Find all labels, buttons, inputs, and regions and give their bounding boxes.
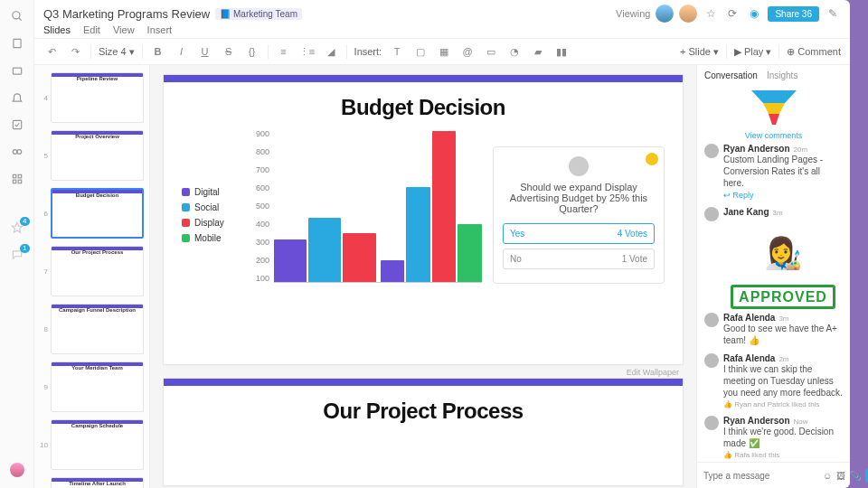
menu-edit[interactable]: Edit bbox=[83, 24, 100, 35]
chat-icon[interactable]: 1 bbox=[10, 248, 24, 262]
svg-rect-9 bbox=[13, 180, 16, 183]
poll-option[interactable]: Yes4 Votes bbox=[503, 223, 655, 244]
play-button[interactable]: ▶ Play ▾ bbox=[734, 46, 771, 58]
toolbar: ↶ ↷ Size 4 ▾ B I U S {} ≡ ⋮≡ ◢ Insert: T… bbox=[34, 38, 850, 65]
bold-icon[interactable]: B bbox=[150, 43, 166, 60]
folder-icon[interactable] bbox=[10, 63, 24, 78]
list-icon[interactable]: ⋮≡ bbox=[299, 43, 316, 60]
attach-icon[interactable]: 🖼 bbox=[836, 467, 845, 483]
svg-marker-11 bbox=[751, 90, 797, 103]
thumb-number: 8 bbox=[39, 325, 48, 333]
poll-card: Should we expand Display Advertising Bud… bbox=[493, 146, 665, 284]
message: Ryan AndersonNowI think we're good. Deci… bbox=[704, 416, 843, 459]
broadcast-icon[interactable]: ◉ bbox=[746, 5, 762, 22]
underline-icon[interactable]: U bbox=[197, 43, 213, 60]
thumb-number: 5 bbox=[39, 152, 48, 160]
italic-icon[interactable]: I bbox=[174, 43, 190, 60]
chart-y-axis: 900800700600500400300200100 bbox=[256, 129, 274, 283]
view-comments-link[interactable]: View comments bbox=[697, 131, 850, 144]
bar bbox=[432, 131, 457, 282]
reply-link[interactable]: ↩ Reply bbox=[723, 189, 843, 200]
share-button[interactable]: Share 36 bbox=[768, 6, 819, 22]
tab-conversation[interactable]: Conversation bbox=[704, 70, 758, 80]
slide-budget-decision[interactable]: Budget Decision DigitalSocialDisplayMobi… bbox=[163, 74, 684, 365]
slide-accent-bar bbox=[164, 75, 683, 82]
poll-option[interactable]: No1 Vote bbox=[503, 249, 655, 269]
menu-insert[interactable]: Insert bbox=[147, 24, 173, 35]
viewer-avatar-2[interactable] bbox=[679, 5, 697, 23]
thumb-number: 6 bbox=[39, 210, 48, 218]
svg-line-1 bbox=[18, 18, 21, 21]
slide-thumb[interactable]: 5 Project Overview bbox=[40, 130, 144, 181]
tab-insights[interactable]: Insights bbox=[767, 70, 797, 80]
doc-icon[interactable] bbox=[10, 36, 24, 51]
slide-thumb[interactable]: 10 Campaign Schedule bbox=[40, 419, 144, 470]
menu-view[interactable]: View bbox=[113, 24, 135, 35]
emoji-icon[interactable]: ☺ bbox=[823, 467, 832, 483]
menu-slides[interactable]: Slides bbox=[43, 24, 71, 35]
star-button[interactable]: ☆ bbox=[703, 5, 719, 22]
thumb-number: 10 bbox=[39, 441, 48, 449]
slide-thumb[interactable]: 9 Your Meridian Team bbox=[40, 361, 144, 412]
bar bbox=[274, 239, 307, 282]
approved-sticker: 👩‍🎨 bbox=[723, 217, 843, 289]
color-icon[interactable]: ◢ bbox=[323, 43, 339, 60]
slide-thumb[interactable]: 11 Timeline After Launch bbox=[40, 477, 144, 488]
svg-rect-8 bbox=[18, 174, 22, 178]
grid-icon[interactable] bbox=[10, 172, 24, 186]
message-list: Ryan Anderson20mCustom Landing Pages - C… bbox=[697, 144, 850, 462]
legend-item: Mobile bbox=[182, 233, 245, 243]
add-slide-button[interactable]: + Slide ▾ bbox=[680, 46, 719, 58]
redo-icon[interactable]: ↷ bbox=[67, 43, 83, 60]
undo-icon[interactable]: ↶ bbox=[43, 43, 60, 60]
insert-video-icon[interactable]: ▰ bbox=[530, 43, 546, 60]
insert-clock-icon[interactable]: ◔ bbox=[506, 43, 523, 60]
slide-thumbnails: 4 Pipeline Review5 Project Overview6 Bud… bbox=[34, 65, 150, 488]
strike-icon[interactable]: S bbox=[221, 43, 237, 60]
compose-icon[interactable]: ✎ bbox=[825, 5, 841, 22]
slide-title: Budget Decision bbox=[164, 82, 683, 126]
code-icon[interactable]: {} bbox=[244, 43, 260, 60]
bar bbox=[343, 233, 375, 282]
insert-chart-icon[interactable]: ▮▮ bbox=[553, 43, 570, 60]
edit-wallpaper-link[interactable]: Edit Wallpaper bbox=[627, 368, 679, 377]
slide-thumb[interactable]: 6 Budget Decision bbox=[40, 188, 144, 239]
refresh-icon[interactable]: ⟳ bbox=[724, 5, 741, 22]
align-icon[interactable]: ≡ bbox=[276, 43, 292, 60]
comment-button[interactable]: ⊕ Comment bbox=[787, 46, 841, 58]
bar-group bbox=[381, 129, 482, 282]
size-picker[interactable]: Size 4 ▾ bbox=[99, 46, 135, 58]
thumb-number: 7 bbox=[39, 267, 48, 276]
insert-shape-icon[interactable]: ▭ bbox=[483, 43, 499, 60]
slide-thumb[interactable]: 7 Our Project Process bbox=[40, 246, 144, 296]
doc-title[interactable]: Q3 Marketing Programs Review bbox=[43, 7, 210, 21]
slide-thumb[interactable]: 8 Campaign Funnel Description bbox=[40, 304, 144, 354]
doc-tag[interactable]: 📘 Marketing Team bbox=[215, 8, 302, 20]
user-avatar[interactable] bbox=[10, 463, 24, 477]
check-icon[interactable] bbox=[10, 117, 24, 132]
viewer-avatar-1[interactable] bbox=[656, 5, 674, 23]
message: Rafa Alenda2mI think we can skip the mee… bbox=[704, 353, 843, 408]
search-icon[interactable] bbox=[10, 9, 24, 23]
clip-icon[interactable]: 📎 bbox=[850, 467, 861, 483]
star-icon[interactable]: 4 bbox=[10, 221, 24, 235]
slide-project-process[interactable]: Our Project Process bbox=[163, 378, 684, 486]
slide-thumb[interactable]: 4 Pipeline Review bbox=[40, 72, 144, 123]
msg-avatar bbox=[704, 207, 719, 221]
slide-title: Our Project Process bbox=[164, 386, 683, 429]
bar-group bbox=[274, 129, 375, 282]
message-input[interactable] bbox=[703, 471, 818, 481]
insert-label: Insert: bbox=[354, 46, 382, 57]
insert-table-icon[interactable]: ▦ bbox=[436, 43, 452, 60]
insert-image-icon[interactable]: ▢ bbox=[412, 43, 429, 60]
insert-mention-icon[interactable]: @ bbox=[459, 43, 476, 60]
link-icon[interactable] bbox=[10, 145, 24, 159]
insert-text-icon[interactable]: T bbox=[389, 43, 405, 60]
bell-icon[interactable] bbox=[10, 90, 24, 105]
svg-rect-3 bbox=[13, 68, 21, 74]
svg-rect-10 bbox=[18, 180, 22, 183]
poll-avatar bbox=[569, 156, 589, 176]
msg-avatar bbox=[704, 353, 719, 368]
legend-item: Digital bbox=[182, 187, 245, 197]
svg-marker-13 bbox=[769, 114, 779, 125]
